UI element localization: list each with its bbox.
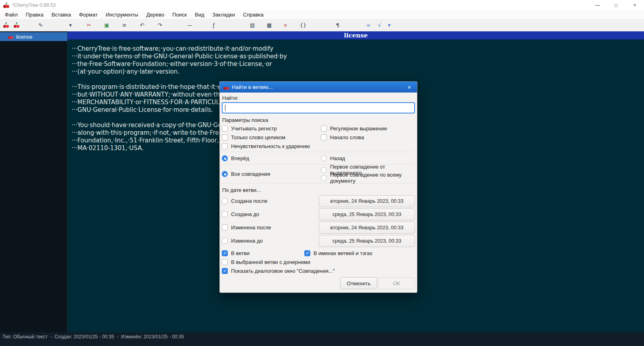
close-button[interactable]: × <box>625 0 644 10</box>
checkbox-label: В ветви <box>231 250 250 256</box>
list-icon[interactable]: ≡ <box>120 21 129 30</box>
checkbox-label: Нечувствительность к ударению <box>231 143 310 149</box>
radio-label: Первое совпадение по всему документу <box>330 172 415 184</box>
radio-all-matches[interactable]: Все совпадения <box>222 170 270 178</box>
editor-line: ···the·Free·Software·Foundation;·either·… <box>72 60 644 68</box>
new-subnode-icon[interactable] <box>14 22 20 28</box>
table-icon[interactable]: ▤ <box>248 21 257 30</box>
checkbox-in-selected-with-children[interactable]: В выбранной ветви с дочерними <box>222 258 310 266</box>
modified-after-date-button[interactable]: вторник, 24 Январь 2023, 00:33 <box>319 222 415 234</box>
cancel-button[interactable]: Отменить <box>340 277 377 289</box>
checkbox-label: Изменена до <box>231 238 263 244</box>
menu-help[interactable]: Справка <box>239 10 268 19</box>
checkbox-box <box>222 259 228 265</box>
checkbox-box <box>222 134 228 140</box>
editor-line: ···it·under·the·terms·of·the·GNU·General… <box>72 53 644 60</box>
tree-item-label: license <box>16 34 32 40</box>
menubar: Файл Правка Вставка Формат Инструменты Д… <box>0 10 644 19</box>
checkbox-accent-insensitive[interactable]: Нечувствительность к ударению <box>222 142 310 150</box>
window-titlebar: *CherryTree 0.99.53 — □ × <box>0 0 644 10</box>
checkbox-box <box>222 224 228 231</box>
editor-line: ···(at·your·option)·any·later·version. <box>72 68 644 76</box>
minimize-button[interactable]: — <box>588 0 607 10</box>
link-icon[interactable]: ∞ <box>364 21 373 30</box>
radio-first-in-document[interactable]: Первое совпадение по всему документу <box>321 174 415 182</box>
clear-format-icon[interactable]: × <box>281 21 290 30</box>
checkbox-label: Создана до <box>231 211 259 217</box>
checkbox-modified-before[interactable]: Изменена до <box>222 237 263 245</box>
checkbox-show-matches-dialog[interactable]: Показать диалоговое окно "Совпадения..." <box>222 267 335 275</box>
node-nav-dropdown-icon[interactable]: ▾ <box>66 21 75 30</box>
checkbox-created-after[interactable]: Создана после <box>222 197 268 205</box>
created-after-date-button[interactable]: вторник, 24 Январь 2023, 00:33 <box>319 195 415 207</box>
app-cherry-icon <box>3 2 9 8</box>
find-label: Найти: <box>222 95 415 101</box>
radio-dot <box>222 171 228 177</box>
checkbox-label: Только слово целиком <box>231 134 285 140</box>
menu-file[interactable]: Файл <box>1 10 22 19</box>
find-in-nodes-dialog: Найти в ветвях... × Найти: Параметры пои… <box>219 81 417 293</box>
menu-bookmarks[interactable]: Закладки <box>208 10 239 19</box>
radio-dot <box>321 167 327 173</box>
menu-tools[interactable]: Инструменты <box>101 10 142 19</box>
undo-icon[interactable]: ↶ <box>138 21 147 30</box>
radio-dot <box>222 155 228 161</box>
checkbox-in-names-tags[interactable]: В именах ветвей и тэгах <box>304 249 372 257</box>
menu-edit[interactable]: Правка <box>22 10 47 19</box>
checkbox-box <box>222 198 228 204</box>
checkbox-box <box>321 126 327 132</box>
window-controls: — □ × <box>588 0 644 10</box>
menu-view[interactable]: Вид <box>191 10 208 19</box>
checkbox-created-before[interactable]: Создана до <box>222 210 259 218</box>
checkbox-label: Изменена после <box>231 224 271 231</box>
radio-label: Все совпадения <box>231 171 270 177</box>
menu-tree[interactable]: Дерево <box>142 10 168 19</box>
dialog-title: Найти в ветвях... <box>232 84 273 90</box>
tree-item-license[interactable]: license <box>0 32 67 41</box>
checkbox-label: Создана после <box>231 198 268 204</box>
codebox-icon[interactable]: {} <box>299 21 308 30</box>
checkbox-box <box>222 211 228 217</box>
menu-insert[interactable]: Вставка <box>47 10 75 19</box>
checkbox-label: Учитывать регистр <box>231 126 277 132</box>
cut-icon[interactable]: ✂ <box>85 21 93 30</box>
search-input[interactable] <box>222 102 415 113</box>
checkbox-match-case[interactable]: Учитывать регистр <box>222 125 277 133</box>
checkbox-modified-after[interactable]: Изменена после <box>222 224 271 232</box>
dialog-titlebar[interactable]: Найти в ветвях... × <box>220 82 417 93</box>
node-edit-icon[interactable]: ✎ <box>36 21 45 30</box>
search-params-label: Параметры поиска <box>222 117 415 123</box>
dialog-cherry-icon <box>223 84 229 90</box>
checkbox-word-start[interactable]: Начало слова <box>321 134 364 142</box>
more-dropdown-icon[interactable]: ▾ <box>385 21 394 30</box>
created-before-date-button[interactable]: среда, 25 Январь 2023, 00:33 <box>319 208 415 220</box>
math-icon[interactable]: √ <box>375 21 384 30</box>
window-title: *CherryTree 0.99.53 <box>12 2 56 8</box>
ok-button[interactable]: ОК <box>378 277 415 289</box>
checkbox-box <box>222 143 228 149</box>
paste-icon[interactable]: ▣ <box>102 21 111 30</box>
checkbox-regexp[interactable]: Регулярное выражение <box>321 125 387 133</box>
dialog-close-icon[interactable]: × <box>405 84 413 91</box>
checkbox-box <box>222 126 228 132</box>
maximize-button[interactable]: □ <box>607 0 625 10</box>
checkbox-in-node[interactable]: В ветви <box>222 249 250 257</box>
tree-panel[interactable]: license <box>0 31 68 332</box>
radio-dot <box>321 155 327 161</box>
image-icon[interactable]: ▦ <box>265 21 274 30</box>
menu-search[interactable]: Поиск <box>168 10 191 19</box>
radio-forward[interactable]: Вперёд <box>222 154 249 162</box>
checkbox-box <box>222 250 228 256</box>
new-node-icon[interactable] <box>3 22 9 28</box>
redo-icon[interactable]: ↷ <box>155 21 164 30</box>
radio-dot <box>321 175 327 181</box>
radio-backward[interactable]: Назад <box>321 154 345 162</box>
formula-icon[interactable]: ƒ <box>209 21 218 30</box>
modified-before-date-button[interactable]: среда, 25 Январь 2023, 00:33 <box>319 235 415 247</box>
menu-format[interactable]: Формат <box>75 10 101 19</box>
checkbox-label: В именах ветвей и тэгах <box>314 250 372 256</box>
checkbox-label: Регулярное выражение <box>330 126 387 132</box>
pilcrow-icon[interactable]: ¶ <box>333 21 342 30</box>
hrule-icon[interactable]: — <box>185 21 194 30</box>
checkbox-whole-word[interactable]: Только слово целиком <box>222 134 285 142</box>
